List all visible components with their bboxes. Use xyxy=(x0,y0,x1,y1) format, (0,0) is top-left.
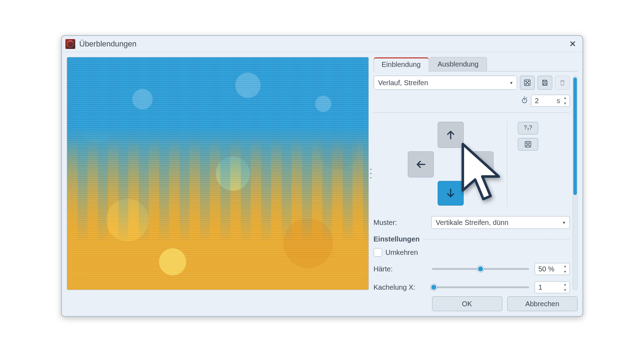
scrollbar-thumb[interactable] xyxy=(573,77,577,195)
arrow-up-icon xyxy=(445,129,457,141)
arrow-left-icon xyxy=(415,158,427,170)
svg-point-10 xyxy=(526,143,527,144)
delete-transition-button xyxy=(555,76,570,90)
tilex-value: 1 xyxy=(539,283,560,291)
hardness-input[interactable]: 50 % ▲▼ xyxy=(535,263,570,275)
svg-point-2 xyxy=(528,81,529,82)
preview-pane xyxy=(67,57,369,290)
direction-pad xyxy=(405,122,496,206)
svg-point-3 xyxy=(527,82,528,83)
tilex-input[interactable]: 1 ▲▼ xyxy=(535,281,570,293)
close-button[interactable]: ✕ xyxy=(566,38,579,50)
tab-fade-out[interactable]: Ausblendung xyxy=(430,57,487,71)
dice-icon xyxy=(523,79,531,87)
svg-rect-7 xyxy=(543,83,546,85)
svg-rect-6 xyxy=(543,80,546,82)
save-transition-button[interactable] xyxy=(537,76,552,90)
app-icon xyxy=(65,39,75,49)
close-icon: ✕ xyxy=(569,39,576,49)
ok-label: OK xyxy=(462,300,472,308)
svg-point-5 xyxy=(528,83,529,84)
arrow-down-icon xyxy=(445,187,457,199)
tab-bar: Einblendung Ausblendung xyxy=(374,57,578,71)
checkbox-box xyxy=(374,248,382,257)
svg-point-12 xyxy=(528,144,529,145)
tilex-slider[interactable] xyxy=(432,284,529,291)
svg-point-14 xyxy=(529,145,530,146)
arrow-right-icon xyxy=(475,158,487,170)
stopwatch-icon xyxy=(521,96,528,106)
duration-input[interactable]: 2 s ▲▼ xyxy=(531,95,570,107)
save-icon xyxy=(541,79,549,87)
invert-checkbox[interactable]: Umkehren xyxy=(374,248,570,257)
ok-button[interactable]: OK xyxy=(432,296,502,311)
random-transition-button[interactable] xyxy=(520,76,535,90)
dialog-title: Überblendungen xyxy=(79,39,137,49)
cancel-button[interactable]: Abbrechen xyxy=(507,296,578,311)
duration-stepper[interactable]: ▲▼ xyxy=(562,96,568,105)
hardness-label: Härte: xyxy=(374,265,426,273)
settings-heading: Einstellungen xyxy=(374,235,420,243)
svg-point-13 xyxy=(526,145,527,146)
dice-icon xyxy=(524,140,532,148)
direction-down-button[interactable] xyxy=(438,181,464,206)
tab-fade-in[interactable]: Einblendung xyxy=(374,57,429,71)
direction-up-button[interactable] xyxy=(438,122,464,148)
invert-label: Umkehren xyxy=(386,249,418,257)
chevron-down-icon: ▾ xyxy=(510,80,513,86)
transition-preview xyxy=(67,57,369,290)
titlebar[interactable]: Überblendungen ✕ xyxy=(62,36,582,52)
hardness-stepper[interactable]: ▲▼ xyxy=(562,264,568,274)
pattern-label: Muster: xyxy=(374,219,426,227)
tab-fade-in-label: Einblendung xyxy=(382,61,421,68)
direction-random-question-button[interactable]: ??? xyxy=(518,122,538,134)
hardness-value: 50 % xyxy=(539,265,560,273)
tab-fade-out-label: Ausblendung xyxy=(438,60,479,68)
transition-type-select[interactable]: Verlauf, Streifen ▾ xyxy=(374,76,517,90)
svg-point-11 xyxy=(529,143,530,144)
direction-right-button[interactable] xyxy=(468,151,494,177)
hardness-slider[interactable] xyxy=(432,265,529,272)
svg-point-1 xyxy=(526,81,527,82)
duration-unit: s xyxy=(557,97,560,105)
vertical-scrollbar[interactable] xyxy=(573,76,578,290)
tilex-label: Kachelung X: xyxy=(374,283,426,291)
pattern-select[interactable]: Vertikale Streifen, dünn ▾ xyxy=(431,216,570,229)
tilex-stepper[interactable]: ▲▼ xyxy=(562,283,568,292)
dialog-window: Überblendungen ✕ Einblendung Ausblendu xyxy=(61,35,583,317)
trash-icon xyxy=(559,79,566,87)
splitter-handle[interactable] xyxy=(369,169,372,178)
question-random-icon: ??? xyxy=(524,125,532,132)
direction-left-button[interactable] xyxy=(408,151,434,177)
chevron-down-icon: ▾ xyxy=(563,220,565,225)
pattern-value: Vertikale Streifen, dünn xyxy=(436,219,509,227)
cancel-label: Abbrechen xyxy=(525,300,559,308)
transition-type-value: Verlauf, Streifen xyxy=(378,79,428,87)
duration-value: 2 xyxy=(535,97,555,105)
direction-random-dice-button[interactable] xyxy=(518,138,538,151)
svg-point-4 xyxy=(526,83,527,84)
